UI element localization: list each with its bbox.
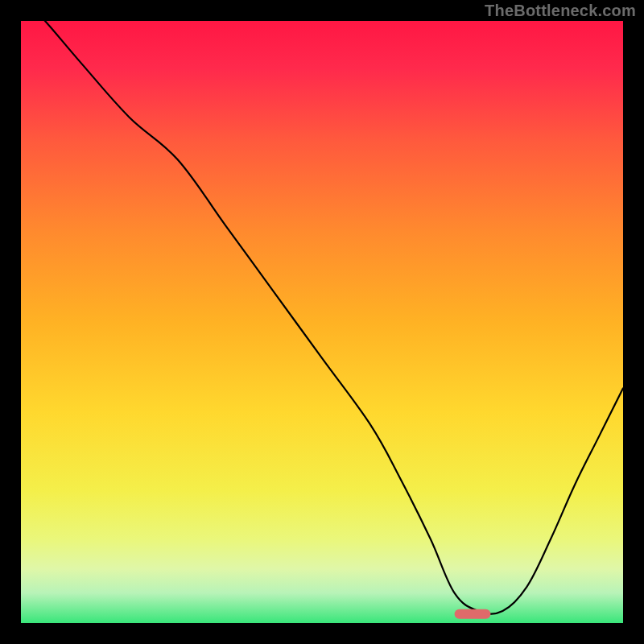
chart-background [21, 21, 623, 623]
optimal-marker [455, 609, 491, 619]
chart-frame [20, 20, 624, 624]
bottleneck-chart [21, 21, 623, 623]
watermark-text: TheBottleneck.com [485, 2, 636, 20]
